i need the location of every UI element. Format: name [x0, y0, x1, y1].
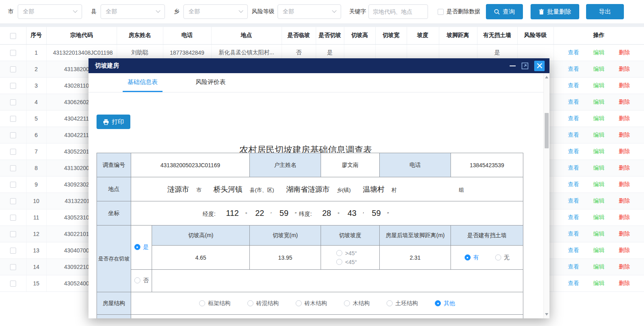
radio-gt45[interactable]: >45°	[336, 250, 357, 256]
minimize-icon[interactable]	[510, 66, 516, 66]
radio-no[interactable]: 否	[134, 277, 149, 284]
edit-link[interactable]: 编辑	[593, 131, 605, 139]
view-link[interactable]: 查看	[568, 49, 579, 56]
view-link[interactable]: 查看	[568, 197, 579, 205]
keyword-input[interactable]	[368, 4, 428, 19]
delete-link[interactable]: 删除	[619, 280, 630, 287]
structure-label: 房屋结构	[97, 292, 131, 315]
delete-link[interactable]: 删除	[619, 197, 630, 205]
delete-link[interactable]: 删除	[619, 82, 630, 89]
radio-yes[interactable]: 是	[134, 244, 149, 251]
scroll-down-arrow-icon[interactable]	[545, 313, 548, 316]
delete-link[interactable]: 删除	[619, 263, 630, 271]
edit-link[interactable]: 编辑	[593, 247, 605, 254]
close-icon[interactable]	[534, 61, 545, 71]
radio-wall-no[interactable]: 无	[495, 254, 510, 261]
edit-link[interactable]: 编辑	[593, 148, 605, 155]
edit-link[interactable]: 编辑	[593, 98, 605, 106]
row-checkbox[interactable]	[10, 231, 16, 237]
edit-link[interactable]: 编辑	[593, 263, 605, 271]
delete-link[interactable]: 删除	[619, 131, 630, 139]
row-checkbox[interactable]	[10, 99, 16, 105]
delete-link[interactable]: 删除	[619, 181, 630, 188]
row-checkbox[interactable]	[10, 116, 16, 122]
scroll-up-arrow-icon[interactable]	[545, 76, 548, 78]
row-checkbox[interactable]	[10, 165, 16, 171]
query-button[interactable]: 查询	[486, 4, 523, 19]
view-link[interactable]: 查看	[568, 181, 579, 188]
radio-option[interactable]: 土坯结构	[387, 300, 418, 307]
view-link[interactable]: 查看	[568, 66, 579, 73]
row-checkbox[interactable]	[10, 248, 16, 254]
edit-link[interactable]: 编辑	[593, 197, 605, 205]
row-checkbox[interactable]	[10, 149, 16, 155]
radio-lt45[interactable]: <45°	[336, 259, 357, 265]
edit-link[interactable]: 编辑	[593, 115, 605, 122]
edit-link[interactable]: 编辑	[593, 214, 605, 221]
view-link[interactable]: 查看	[568, 148, 579, 155]
batch-delete-button[interactable]: 批量删除	[531, 4, 579, 19]
row-checkbox[interactable]	[10, 215, 16, 221]
edit-link[interactable]: 编辑	[593, 164, 605, 172]
edit-link[interactable]: 编辑	[593, 181, 605, 188]
edit-link[interactable]: 编辑	[593, 49, 605, 56]
radio-option[interactable]: 木结构	[344, 300, 370, 307]
row-checkbox[interactable]	[10, 132, 16, 138]
tab-risk-evaluation[interactable]: 风险评价表	[191, 73, 230, 92]
chevron-down-icon	[332, 8, 336, 13]
edit-link[interactable]: 编辑	[593, 280, 605, 287]
edit-link[interactable]: 编辑	[593, 66, 605, 73]
radio-dot	[495, 254, 501, 260]
delete-link[interactable]: 删除	[619, 148, 630, 155]
export-button[interactable]: 导出	[586, 4, 624, 19]
row-checkbox[interactable]	[10, 66, 16, 72]
view-link[interactable]: 查看	[568, 115, 579, 122]
view-link[interactable]: 查看	[568, 280, 579, 287]
view-link[interactable]: 查看	[568, 263, 579, 271]
view-link[interactable]: 查看	[568, 164, 579, 172]
delete-link[interactable]: 删除	[619, 164, 630, 172]
edit-link[interactable]: 编辑	[593, 230, 605, 238]
radio-option[interactable]: 砖木结构	[296, 300, 327, 307]
maximize-icon[interactable]	[521, 62, 529, 70]
radio-option[interactable]: 砖混结构	[247, 300, 279, 307]
radio-option[interactable]: 框架结构	[199, 300, 230, 307]
form-row-survey-no: 调查编号 431382005023JC01169 户主姓名 廖文南 电话 138…	[97, 153, 523, 177]
row-checkbox[interactable]	[10, 198, 16, 204]
county-select[interactable]: 全部	[101, 4, 165, 19]
location-label: 地点	[97, 177, 131, 201]
delete-link[interactable]: 删除	[619, 247, 630, 254]
delete-link[interactable]: 删除	[619, 230, 630, 238]
print-button[interactable]: 打印	[97, 115, 130, 129]
delete-link[interactable]: 删除	[619, 49, 630, 56]
radio-option[interactable]: 其他	[435, 300, 455, 307]
location-village: 温塘村	[363, 185, 385, 193]
select-all-checkbox[interactable]	[10, 33, 16, 39]
sub-column-header: 是否建有挡土墙	[451, 226, 523, 246]
row-checkbox[interactable]	[10, 50, 16, 56]
city-select[interactable]: 全部	[18, 4, 82, 19]
delete-link[interactable]: 删除	[619, 115, 630, 122]
row-checkbox[interactable]	[10, 264, 16, 270]
row-checkbox[interactable]	[10, 182, 16, 188]
row-checkbox[interactable]	[10, 83, 16, 89]
view-link[interactable]: 查看	[568, 98, 579, 106]
view-link[interactable]: 查看	[568, 82, 579, 89]
delete-link[interactable]: 删除	[619, 66, 630, 73]
township-select[interactable]: 全部	[183, 4, 248, 19]
radio-wall-yes[interactable]: 有	[465, 254, 479, 261]
tab-basic-info[interactable]: 基础信息表	[123, 73, 163, 92]
modal-scrollbar[interactable]	[543, 73, 549, 318]
view-link[interactable]: 查看	[568, 214, 579, 221]
show-deleted-checkbox[interactable]	[438, 9, 444, 15]
view-link[interactable]: 查看	[568, 230, 579, 238]
view-link[interactable]: 查看	[568, 247, 579, 254]
delete-link[interactable]: 删除	[619, 98, 630, 106]
view-link[interactable]: 查看	[568, 131, 579, 139]
radio-dot	[296, 300, 302, 306]
scrollbar-thumb[interactable]	[545, 113, 549, 148]
edit-link[interactable]: 编辑	[593, 82, 605, 89]
delete-link[interactable]: 删除	[619, 214, 630, 221]
risk-level-select[interactable]: 全部	[278, 4, 341, 19]
row-checkbox[interactable]	[10, 281, 16, 287]
